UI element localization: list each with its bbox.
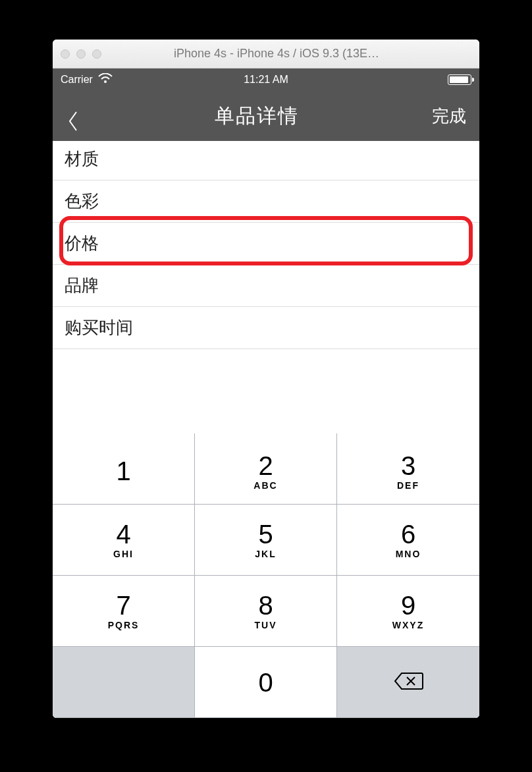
key-4[interactable]: 4GHI <box>53 505 195 576</box>
status-time: 11:21 AM <box>244 74 288 86</box>
key-1[interactable]: 1 <box>53 433 195 505</box>
key-3[interactable]: 3DEF <box>337 433 479 505</box>
key-letters: JKL <box>255 549 276 559</box>
key-letters: MNO <box>396 549 421 559</box>
label-price: 价格 <box>65 233 99 253</box>
key-num: 3 <box>401 453 415 479</box>
key-2[interactable]: 2ABC <box>195 433 337 505</box>
numeric-keypad: 1 2ABC 3DEF 4GHI 5JKL 6MNO 7PQRS 8TUV 9W… <box>53 433 479 718</box>
key-num: 5 <box>258 521 273 547</box>
key-num: 8 <box>258 592 273 619</box>
row-purchase-time[interactable]: 购买时间 <box>53 307 479 349</box>
zoom-icon[interactable] <box>92 49 101 59</box>
key-letters: PQRS <box>108 620 140 630</box>
row-price[interactable]: 价格 <box>53 223 479 265</box>
form: 材质 色彩 价格 品牌 购买时间 <box>53 141 479 349</box>
svg-point-0 <box>104 80 107 83</box>
window-titlebar: iPhone 4s - iPhone 4s / iOS 9.3 (13E… <box>53 40 479 69</box>
label-brand: 品牌 <box>65 275 99 295</box>
label-purchase-time: 购买时间 <box>65 317 133 337</box>
key-num: 1 <box>116 458 130 484</box>
key-letters: TUV <box>255 620 277 630</box>
label-material: 材质 <box>65 149 99 169</box>
back-button[interactable] <box>66 108 82 124</box>
battery-icon <box>448 74 471 85</box>
key-5[interactable]: 5JKL <box>195 505 337 576</box>
key-delete[interactable] <box>337 647 479 718</box>
key-num: 7 <box>116 592 130 619</box>
key-6[interactable]: 6MNO <box>337 505 479 576</box>
row-color[interactable]: 色彩 <box>53 180 479 223</box>
row-brand[interactable]: 品牌 <box>53 265 479 307</box>
key-letters: GHI <box>113 549 134 559</box>
key-7[interactable]: 7PQRS <box>53 576 195 647</box>
status-bar: Carrier 11:21 AM <box>53 69 479 91</box>
key-letters: DEF <box>397 480 419 491</box>
page-title: 单品详情 <box>215 103 299 130</box>
done-button[interactable]: 完成 <box>432 105 466 128</box>
key-num: 9 <box>401 592 415 619</box>
close-icon[interactable] <box>61 49 70 59</box>
highlight-box <box>59 216 473 265</box>
key-num: 0 <box>258 669 273 696</box>
minimize-icon[interactable] <box>76 49 86 59</box>
window-title: iPhone 4s - iPhone 4s / iOS 9.3 (13E… <box>101 47 452 61</box>
key-9[interactable]: 9WXYZ <box>337 576 479 647</box>
key-num: 6 <box>401 521 415 547</box>
nav-bar: 单品详情 完成 <box>53 91 479 141</box>
wifi-icon <box>98 73 113 86</box>
key-8[interactable]: 8TUV <box>195 576 337 647</box>
key-letters: WXYZ <box>392 620 424 630</box>
traffic-lights <box>61 49 101 59</box>
key-num: 2 <box>258 453 273 479</box>
key-num: 4 <box>116 521 130 547</box>
row-material[interactable]: 材质 <box>53 141 479 180</box>
key-blank <box>53 647 195 718</box>
key-0[interactable]: 0 <box>195 647 337 718</box>
simulator-window: iPhone 4s - iPhone 4s / iOS 9.3 (13E… Ca… <box>53 40 479 718</box>
key-letters: ABC <box>253 480 277 491</box>
carrier-label: Carrier <box>61 74 93 86</box>
status-left: Carrier <box>61 73 113 86</box>
backspace-icon <box>392 671 424 694</box>
device-screen: Carrier 11:21 AM 单品详情 完成 材质 色彩 价格 <box>53 69 479 718</box>
label-color: 色彩 <box>65 191 99 211</box>
